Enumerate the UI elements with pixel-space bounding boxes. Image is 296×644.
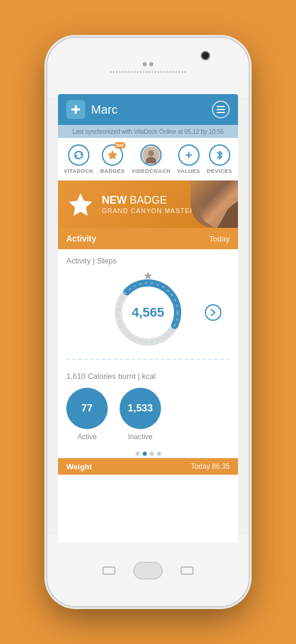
menu-button[interactable] bbox=[212, 101, 230, 118]
page-dot-2[interactable] bbox=[150, 452, 154, 456]
phone-shell: Marc Last synchronized with VitaDock Onl… bbox=[47, 38, 249, 606]
user-name: Marc bbox=[91, 103, 212, 117]
values-icon-circle bbox=[178, 144, 200, 166]
speaker-dot bbox=[149, 62, 153, 66]
svg-marker-9 bbox=[144, 272, 152, 279]
active-calories-value: 77 bbox=[82, 402, 93, 414]
nav-label-devices: DEVICES bbox=[207, 168, 232, 174]
activity-section-header: Activity Today bbox=[58, 228, 238, 249]
front-camera bbox=[201, 51, 210, 60]
active-calories-item: 77 Active bbox=[66, 388, 108, 441]
nav-label-videocoach: VIDEOCOACH bbox=[131, 168, 170, 174]
nav-item-values[interactable]: VALUES bbox=[177, 144, 200, 174]
speaker-dots bbox=[143, 62, 153, 66]
nav-item-badges[interactable]: 380 BADGES bbox=[100, 144, 125, 174]
nav-label-badges: BADGES bbox=[100, 168, 125, 174]
page-dot-0[interactable] bbox=[136, 452, 140, 456]
top-bezel bbox=[47, 38, 249, 97]
activity-section-date: Today bbox=[209, 234, 230, 243]
active-calories-circle: 77 bbox=[66, 388, 108, 429]
nav-item-videocoach[interactable]: VIDEOCOACH bbox=[131, 144, 170, 174]
speaker-grille bbox=[110, 71, 186, 73]
weight-section-title: Weight bbox=[66, 462, 191, 471]
vitadock-icon-circle bbox=[68, 144, 89, 166]
sync-bar: Last synchronized with VitaDock Online a… bbox=[58, 125, 238, 138]
canyon-illustration bbox=[191, 181, 238, 228]
hamburger-icon bbox=[217, 106, 225, 113]
steps-count: 4,565 bbox=[131, 305, 164, 320]
bluetooth-icon bbox=[215, 149, 224, 161]
activity-card-title: Activity | Steps bbox=[66, 256, 230, 265]
page-indicator bbox=[58, 448, 238, 458]
activity-card: Activity | Steps bbox=[58, 249, 238, 372]
page-dot-3[interactable] bbox=[157, 452, 161, 456]
page-dot-1[interactable] bbox=[143, 452, 147, 456]
avatar-icon bbox=[143, 147, 159, 163]
calories-unit: kcal bbox=[142, 372, 156, 381]
speaker-dot bbox=[143, 62, 147, 66]
section-divider bbox=[66, 359, 230, 360]
videocoach-icon-circle bbox=[140, 144, 162, 166]
nav-item-devices[interactable]: DEVICES bbox=[207, 144, 232, 174]
recents-button[interactable] bbox=[181, 566, 194, 575]
home-button[interactable] bbox=[133, 562, 163, 579]
svg-rect-1 bbox=[72, 108, 81, 111]
vitadock-logo-icon bbox=[69, 103, 82, 116]
nav-label-values: VALUES bbox=[177, 168, 200, 174]
steps-ring-area: 4,565 bbox=[66, 271, 230, 354]
activity-section-title: Activity bbox=[66, 234, 209, 243]
calories-title: 1,610 Calories burnt | kcal bbox=[66, 372, 230, 381]
phone-frame: Marc Last synchronized with VitaDock Onl… bbox=[47, 38, 249, 606]
badges-icon-circle: 380 bbox=[102, 144, 123, 166]
badge-banner: NEW BADGE GRAND CANYON MASTER bbox=[58, 181, 238, 228]
app-logo bbox=[66, 100, 85, 119]
active-calories-label: Active bbox=[78, 433, 97, 441]
weight-section-date: Today 86.35 bbox=[191, 462, 230, 471]
screen: Marc Last synchronized with VitaDock Onl… bbox=[58, 94, 238, 542]
inactive-calories-circle: 1,533 bbox=[120, 388, 161, 429]
star-icon bbox=[107, 149, 118, 161]
weight-section-preview: Weight Today 86.35 bbox=[58, 458, 238, 475]
badges-count-badge: 380 bbox=[114, 142, 126, 149]
badge-label: BADGE bbox=[127, 194, 167, 206]
svg-point-4 bbox=[148, 150, 154, 156]
inactive-calories-label: Inactive bbox=[128, 433, 152, 441]
new-label: NEW bbox=[102, 194, 127, 206]
star-top-icon bbox=[143, 271, 153, 284]
app-header: Marc bbox=[58, 94, 238, 125]
nav-item-vitadock[interactable]: VITADOCK bbox=[64, 144, 94, 174]
chevron-right-icon bbox=[210, 308, 216, 317]
bottom-bezel bbox=[47, 535, 249, 606]
nav-label-vitadock: VITADOCK bbox=[64, 168, 94, 174]
nav-row: VITADOCK 380 BADGES bbox=[58, 138, 238, 181]
plus-icon bbox=[184, 150, 194, 160]
inactive-calories-item: 1,533 Inactive bbox=[120, 388, 161, 441]
calories-section: 1,610 Calories burnt | kcal 77 Active 1,… bbox=[58, 372, 238, 448]
sync-text: Last synchronized with VitaDock Online a… bbox=[72, 128, 224, 135]
next-button[interactable] bbox=[205, 304, 221, 321]
devices-icon-circle bbox=[209, 144, 230, 166]
banner-star-icon bbox=[67, 191, 94, 217]
activity-card-subtitle: Steps bbox=[97, 256, 117, 265]
sync-icon bbox=[73, 149, 85, 161]
banner-canyon-image bbox=[191, 181, 238, 228]
calories-value: 1,610 Calories burnt bbox=[66, 372, 136, 381]
inactive-calories-value: 1,533 bbox=[128, 402, 153, 414]
calories-circles: 77 Active 1,533 Inactive bbox=[66, 388, 230, 441]
back-button[interactable] bbox=[102, 566, 115, 575]
svg-marker-8 bbox=[69, 194, 92, 215]
svg-marker-2 bbox=[108, 150, 118, 159]
